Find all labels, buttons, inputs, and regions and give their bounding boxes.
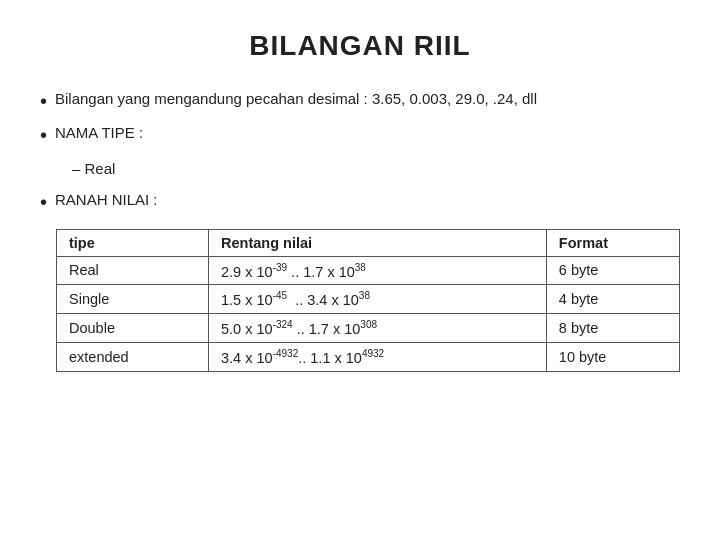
cell-format-single: 4 byte xyxy=(546,285,679,314)
header-tipe: tipe xyxy=(57,229,209,256)
cell-tipe-real: Real xyxy=(57,256,209,285)
cell-format-double: 8 byte xyxy=(546,314,679,343)
cell-range-double: 5.0 x 10-324 .. 1.7 x 10308 xyxy=(209,314,547,343)
header-format: Format xyxy=(546,229,679,256)
cell-format-extended: 10 byte xyxy=(546,342,679,371)
table-row-single: Single 1.5 x 10-45 .. 3.4 x 1038 4 byte xyxy=(57,285,680,314)
bullet-dot-2: • xyxy=(40,122,47,148)
bullet-item-ranah: • RANAH NILAI : xyxy=(40,189,680,215)
page-title: BILANGAN RIIL xyxy=(40,30,680,62)
cell-tipe-extended: extended xyxy=(57,342,209,371)
bullet-dot-1: • xyxy=(40,88,47,114)
ranah-label: RANAH NILAI : xyxy=(55,189,158,215)
cell-tipe-single: Single xyxy=(57,285,209,314)
table-header-row: tipe Rentang nilai Format xyxy=(57,229,680,256)
bullet-text-1: Bilangan yang mengandung pecahan desimal… xyxy=(55,88,537,114)
cell-range-single: 1.5 x 10-45 .. 3.4 x 1038 xyxy=(209,285,547,314)
table-row-real: Real 2.9 x 10-39 .. 1.7 x 1038 6 byte xyxy=(57,256,680,285)
main-page: BILANGAN RIIL • Bilangan yang mengandung… xyxy=(0,0,720,540)
header-range: Rentang nilai xyxy=(209,229,547,256)
sub-bullet-real: Real xyxy=(40,158,680,181)
table-row-extended: extended 3.4 x 10-4932.. 1.1 x 104932 10… xyxy=(57,342,680,371)
data-table: tipe Rentang nilai Format Real 2.9 x 10-… xyxy=(56,229,680,372)
table-row-double: Double 5.0 x 10-324 .. 1.7 x 10308 8 byt… xyxy=(57,314,680,343)
bullet-dot-ranah: • xyxy=(40,189,47,215)
cell-range-extended: 3.4 x 10-4932.. 1.1 x 104932 xyxy=(209,342,547,371)
cell-range-real: 2.9 x 10-39 .. 1.7 x 1038 xyxy=(209,256,547,285)
bullet-text-2: NAMA TIPE : xyxy=(55,122,143,148)
cell-tipe-double: Double xyxy=(57,314,209,343)
bullet-item-1: • Bilangan yang mengandung pecahan desim… xyxy=(40,88,680,114)
cell-format-real: 6 byte xyxy=(546,256,679,285)
bullet-section: • Bilangan yang mengandung pecahan desim… xyxy=(40,88,680,372)
bullet-item-2: • NAMA TIPE : xyxy=(40,122,680,148)
